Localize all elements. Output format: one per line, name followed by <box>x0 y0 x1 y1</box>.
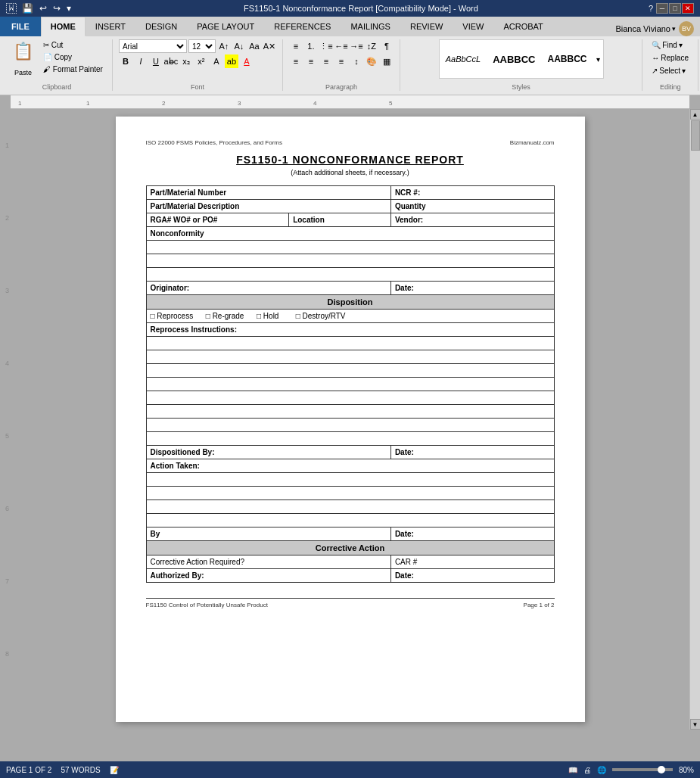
car-label: CAR # <box>390 555 554 569</box>
align-center-btn[interactable]: ≡ <box>304 54 318 68</box>
line-spacing-btn[interactable]: ↕ <box>350 54 363 68</box>
sort-btn[interactable]: ↕Z <box>365 39 378 53</box>
tab-home[interactable]: HOME <box>41 17 86 36</box>
regrade-checkbox[interactable]: Re-grade <box>206 312 244 320</box>
shrink-font-btn[interactable]: A↓ <box>232 39 246 53</box>
tab-references[interactable]: REFERENCES <box>264 17 341 36</box>
tab-file[interactable]: FILE <box>0 17 41 36</box>
tab-insert[interactable]: INSERT <box>86 17 135 36</box>
restore-btn[interactable]: □ <box>669 3 681 14</box>
text-effects-btn[interactable]: A <box>210 54 223 68</box>
styles-group: AaBbCcL AABBCC AABBCC ▾ Styles <box>400 39 642 91</box>
document-area[interactable]: ISO 22000 FSMS Policies, Procedures, and… <box>11 109 689 730</box>
font-name-select[interactable]: Arial <box>119 39 187 53</box>
row-disposition-header: Disposition <box>146 295 554 310</box>
action-row4 <box>146 514 554 527</box>
reprocess-instructions-label: Reprocess Instructions: <box>146 323 554 337</box>
vertical-scrollbar[interactable]: ▲ ▼ <box>689 109 700 730</box>
font-size-select[interactable]: 12 <box>188 39 216 53</box>
row-part-number: Part/Material Number NCR #: <box>146 186 554 200</box>
user-info[interactable]: Bianca Viviano ▾ BV <box>609 21 700 36</box>
align-right-btn[interactable]: ≡ <box>319 54 333 68</box>
format-painter-button[interactable]: 🖌 Format Painter <box>40 64 106 75</box>
location-label: Location <box>289 213 391 227</box>
tab-acrobat[interactable]: ACROBAT <box>493 17 552 36</box>
bullets-btn[interactable]: ≡ <box>289 39 303 53</box>
tab-mailings[interactable]: MAILINGS <box>341 17 400 36</box>
originator-label: Originator: <box>146 282 390 295</box>
show-marks-btn[interactable]: ¶ <box>380 39 394 53</box>
line-num-8: 8 <box>5 618 9 690</box>
row-rga: RGA# WO# or PO# Location Vendor: <box>146 213 554 227</box>
nonconformity-label: Nonconformity <box>146 227 554 241</box>
line-num-1: 1 <box>5 109 9 182</box>
find-button[interactable]: 🔍 Find ▾ <box>649 39 692 51</box>
numbering-btn[interactable]: 1. <box>304 39 318 53</box>
reprocess-row2 <box>146 350 554 364</box>
quick-more[interactable]: ▾ <box>64 2 73 14</box>
action-row2 <box>146 487 554 500</box>
quick-redo[interactable]: ↪ <box>51 2 63 14</box>
clear-format-btn[interactable]: A✕ <box>263 39 276 53</box>
italic-button[interactable]: I <box>134 54 148 68</box>
reprocess-checkbox[interactable]: Reprocess <box>151 312 194 320</box>
style-emphasis[interactable]: AaBbCcL <box>441 53 485 65</box>
hold-checkbox[interactable]: Hold <box>257 312 278 320</box>
header-right: Bizmanualz.com <box>510 139 555 146</box>
scroll-down-arrow[interactable]: ▼ <box>690 719 701 730</box>
paste-button[interactable]: 📋 Paste <box>8 39 39 79</box>
highlight-btn[interactable]: ab <box>225 54 238 68</box>
reprocess-row4 <box>146 378 554 391</box>
select-button[interactable]: ↗ Select ▾ <box>649 65 692 76</box>
underline-button[interactable]: U <box>149 54 163 68</box>
style-heading2[interactable]: AABBCC <box>543 52 592 66</box>
corrective-action-header: Corrective Action <box>146 541 554 555</box>
clipboard-group: 📋 Paste ✂ Cut 📄 Copy 🖌 Format Painter Cl… <box>2 39 113 91</box>
change-case-btn[interactable]: Aa <box>247 39 261 53</box>
minimize-btn[interactable]: ─ <box>656 3 668 14</box>
increase-indent-btn[interactable]: →≡ <box>350 39 363 53</box>
close-btn[interactable]: ✕ <box>682 3 694 14</box>
line-numbers: 1 2 3 4 5 6 7 8 <box>5 109 9 690</box>
quick-save[interactable]: 💾 <box>20 2 36 14</box>
tab-review[interactable]: REVIEW <box>400 17 453 36</box>
superscript-button[interactable]: x² <box>194 54 208 68</box>
main-area: 1 2 3 4 5 6 7 8 ISO 22000 FSMS Policies,… <box>0 109 700 730</box>
bold-button[interactable]: B <box>119 54 132 68</box>
grow-font-btn[interactable]: A↑ <box>217 39 231 53</box>
tab-view[interactable]: VIEW <box>453 17 493 36</box>
tab-page-layout[interactable]: PAGE LAYOUT <box>187 17 264 36</box>
borders-btn[interactable]: ▦ <box>380 54 394 68</box>
destroy-checkbox[interactable]: Destroy/RTV <box>296 312 346 320</box>
tab-design[interactable]: DESIGN <box>135 17 187 36</box>
style-heading1[interactable]: AABBCC <box>488 52 540 67</box>
subscript-button[interactable]: x₂ <box>179 54 193 68</box>
quick-undo[interactable]: ↩ <box>37 2 49 14</box>
decrease-indent-btn[interactable]: ←≡ <box>334 39 348 53</box>
corrective-action-required-label: Corrective Action Required? <box>146 555 390 569</box>
ribbon-content: 📋 Paste ✂ Cut 📄 Copy 🖌 Format Painter Cl… <box>0 36 700 95</box>
replace-button[interactable]: ↔ Replace <box>649 52 692 64</box>
styles-more-btn[interactable]: ▾ <box>595 54 602 65</box>
editing-group: 🔍 Find ▾ ↔ Replace ↗ Select ▾ Editing <box>642 39 698 91</box>
reprocess-row5 <box>146 391 554 405</box>
action-taken-label: Action Taken: <box>146 459 554 473</box>
scroll-thumb[interactable] <box>691 120 700 151</box>
help-btn[interactable]: ? <box>649 4 653 13</box>
multilevel-btn[interactable]: ⋮≡ <box>319 39 333 53</box>
row-dispositioned-by: Dispositioned By: Date: <box>146 446 554 459</box>
copy-button[interactable]: 📄 Copy <box>40 51 106 63</box>
row-checkboxes: Reprocess Re-grade Hold Destroy/RTV <box>146 310 554 323</box>
strikethrough-button[interactable]: ab̶c <box>164 54 178 68</box>
justify-btn[interactable]: ≡ <box>334 54 348 68</box>
cut-button[interactable]: ✂ Cut <box>40 39 106 51</box>
font-color-btn[interactable]: A <box>240 54 254 68</box>
ruler-right-margin <box>689 95 700 109</box>
scroll-track[interactable] <box>690 120 701 719</box>
nonconformity-row2 <box>146 254 554 268</box>
scroll-up-arrow[interactable]: ▲ <box>690 109 701 120</box>
shading-btn[interactable]: 🎨 <box>365 54 378 68</box>
line-num-7: 7 <box>5 545 9 618</box>
align-left-btn[interactable]: ≡ <box>289 54 303 68</box>
document-subtitle: (Attach additional sheets, if necessary.… <box>146 169 555 176</box>
